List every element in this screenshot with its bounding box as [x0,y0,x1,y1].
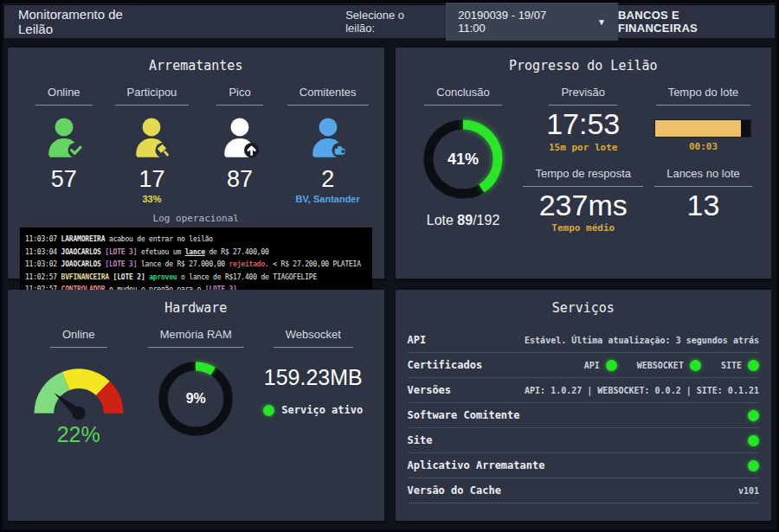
log-line: 11:03:04 JOAOCARLOS [LOTE 3] efetuou um … [25,247,367,260]
panel-servicos-title: Serviços [408,300,760,316]
arrematantes-stats: Online 57 Participou [20,84,372,206]
service-row: Software Comitente [408,403,760,428]
service-row: APIEstável. Última atualização: 3 segund… [408,328,760,353]
stat-participou-label: Participou [115,86,190,106]
hw-online-label: Online [50,328,107,348]
service-row-value: v101 [738,486,759,496]
log-line: 11:03:02 JOAOCARLOS [LOTE 3] lance de R$… [25,259,367,272]
client-name: BANCOS E FINANCEIRAS [618,9,761,35]
dashboard: Monitoramento de Leilão Selecione o leil… [0,0,779,532]
person-gavel-icon [108,114,196,164]
hw-ram-cell: Memória RAM 9% [138,326,255,447]
stat-pico: Pico 87 [196,84,284,206]
service-row-value [748,435,759,446]
service-row-value: Estável. Última atualização: 3 segundos … [525,336,759,345]
stat-pico-sub [196,194,284,206]
person-money-icon [284,114,372,164]
previsao-sub: 15m por lote [519,142,647,153]
stat-online: Online 57 [20,84,108,206]
panel-servicos: Serviços APIEstável. Última atualização:… [396,290,772,521]
lances-label: Lances no lote [654,167,752,187]
leilao-select[interactable]: 20190039 - 19/07 11:00 ▼ [446,3,618,41]
websocket-memory: 159.23MB [254,365,372,390]
stat-online-sub [20,194,108,206]
stat-online-label: Online [35,86,93,106]
status-dot [690,360,701,371]
page-title: Monitoramento de Leilão [18,7,159,36]
top-bar: Monitoramento de Leilão Selecione o leil… [4,5,775,38]
hw-websocket-cell: Websocket 159.23MB Serviço ativo [254,326,372,447]
lances-cell: Lances no lote 13 [647,165,759,234]
service-row: VersõesAPI: 1.0.27 | WEBSOCKET: 0.0.2 | … [408,378,760,403]
conclusao-donut: 41% [420,116,506,202]
service-row-value: APIWEBSOCKETSITE [570,360,759,371]
websocket-status-label: Serviço ativo [281,404,363,416]
stat-online-value: 57 [20,166,108,193]
panel-progresso: Progresso do Leilão Conclusão 41% Lote 8… [396,48,772,279]
resposta-cell: Tempo de resposta 237ms Tempo médio [519,165,647,234]
log-line: 11:02:57 BVFINANCEIRA [LOTE 2] aprovou o… [25,272,367,285]
stat-pico-label: Pico [216,86,262,106]
hw-online-percent: 22% [20,422,138,447]
person-check-icon [20,114,108,164]
hw-ram-percent: 9% [155,358,236,439]
tempo-lote-time: 00:03 [647,141,759,152]
service-row-label: Versões [408,384,452,396]
status-dot [606,360,617,371]
hw-online-cell: Online 22% [20,326,138,447]
lances-value: 13 [647,190,759,221]
stat-participou: Participou 17 33% [108,84,196,206]
conclusao-percent: 41% [420,116,506,202]
service-row-value [748,460,759,471]
log-lines: 11:03:07 LARAMOREIRA acabou de entrar no… [25,234,367,297]
service-row: CertificadosAPIWEBSOCKETSITE [408,353,760,378]
service-row: Aplicativo Arrematante [408,453,760,478]
service-row-label: Certificados [408,359,483,371]
panel-arrematantes-title: Arrematantes [20,58,372,74]
stat-participou-value: 17 [108,166,196,193]
panel-hardware-title: Hardware [20,300,372,316]
status-dot [263,405,274,416]
log-line: 11:03:07 LARAMOREIRA acabou de entrar no… [25,234,367,247]
service-row-label: Versão do Cache [408,484,501,497]
service-row-label: API [408,334,427,346]
tempo-lote-bar [654,119,751,138]
service-row-label: Aplicativo Arrematante [408,459,545,471]
service-row-value [748,410,759,421]
stat-pico-value: 87 [196,166,284,193]
tempo-lote-label: Tempo do lote [656,86,751,106]
resposta-label: Tempo de resposta [523,167,643,187]
service-row-label: Site [408,434,433,446]
hw-ram-label: Memória RAM [148,328,244,348]
tempo-lote-cell: Tempo do lote 00:03 [647,84,759,153]
lote-counter: Lote 89/192 [408,213,519,228]
hw-websocket-label: Websocket [274,328,353,348]
conclusao-label: Conclusão [424,86,501,106]
ram-donut: 9% [155,358,236,439]
stat-comitentes-label: Comitentes [287,86,369,106]
service-row: Versão do Cachev101 [408,478,760,503]
status-dot [748,410,759,421]
panel-hardware: Hardware Online [8,290,384,521]
resposta-value: 237ms [519,190,647,221]
select-leilao-label: Selecione o leilão: [345,9,435,35]
person-peak-icon [196,114,284,164]
service-row-label: Software Comitente [408,409,520,421]
chevron-down-icon: ▼ [597,17,606,27]
stat-participou-sub: 33% [108,194,196,206]
status-dot [748,460,759,471]
stat-comitentes-sub: BV, Santander [284,194,372,206]
service-row-value: API: 1.0.27 | WEBSOCKET: 0.0.2 | SITE: 0… [525,386,759,395]
panel-arrematantes: Arrematantes Online 57 [8,48,384,279]
leilao-select-value: 20190039 - 19/07 11:00 [458,9,575,35]
service-row: Site [408,428,760,453]
log-title: Log operacional [20,213,372,224]
status-dot [748,360,759,371]
websocket-status: Serviço ativo [254,404,372,416]
stat-comitentes-value: 2 [284,166,372,193]
previsao-cell: Previsão 17:53 15m por lote [519,84,647,153]
panel-progresso-title: Progresso do Leilão [408,58,760,74]
conclusao-cell: Conclusão 41% Lote 89/192 [408,84,519,234]
services-rows: APIEstável. Última atualização: 3 segund… [408,328,760,503]
resposta-sub: Tempo médio [519,222,647,234]
